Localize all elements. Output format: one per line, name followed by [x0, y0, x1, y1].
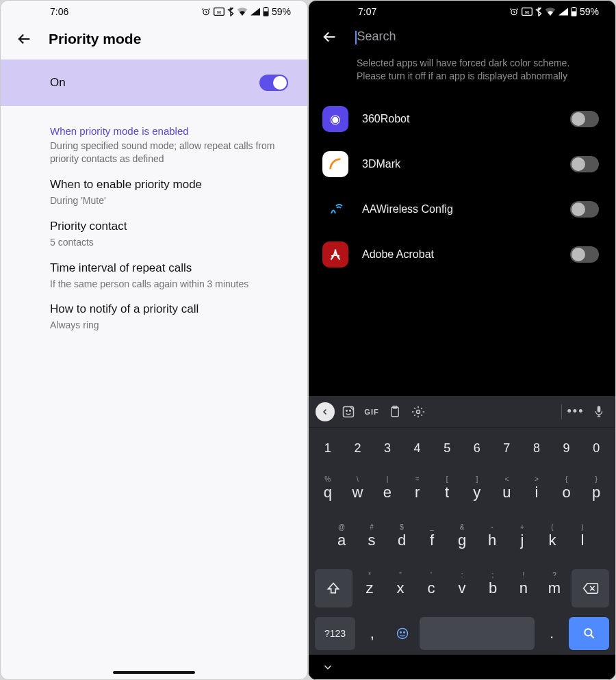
collapse-toolbar-button[interactable] — [316, 402, 335, 421]
key-1[interactable]: 1 — [315, 432, 341, 464]
key-s[interactable]: #s — [359, 521, 385, 560]
key-h[interactable]: -h — [479, 521, 505, 560]
key-q[interactable]: %q — [315, 473, 341, 512]
wifi-icon — [545, 8, 556, 16]
key-r[interactable]: =r — [405, 473, 431, 512]
search-input[interactable]: Search — [355, 29, 602, 44]
bluetooth-icon — [227, 7, 234, 16]
app-toggle[interactable] — [570, 156, 599, 172]
key-0[interactable]: 0 — [583, 432, 609, 464]
dark-mode-apps-screen: 7:07 90 59% — [308, 0, 616, 680]
space-key[interactable] — [420, 617, 535, 650]
key-2[interactable]: 2 — [345, 432, 371, 464]
setting-notify[interactable]: How to notify of a priority call Always … — [1, 290, 307, 332]
app-icon — [322, 151, 348, 177]
key-l[interactable]: )l — [569, 521, 595, 560]
symbols-key[interactable]: ?123 — [315, 617, 355, 650]
battery-percent: 59% — [580, 6, 599, 17]
setting-subtitle: If the same person calls again within 3 … — [50, 278, 284, 291]
key-b[interactable]: ;b — [480, 569, 506, 607]
key-9[interactable]: 9 — [554, 432, 580, 464]
clipboard-icon[interactable] — [385, 402, 405, 421]
status-bar: 7:07 90 59% — [309, 1, 615, 23]
comma-key[interactable]: , — [359, 617, 385, 650]
priority-mode-screen: 7:06 90 59% Priorit — [0, 0, 308, 680]
key-g[interactable]: &g — [449, 521, 475, 560]
app-name: AAWireless Config — [362, 203, 556, 215]
app-name: 3DMark — [362, 158, 556, 170]
key-4[interactable]: 4 — [405, 432, 431, 464]
key-y[interactable]: ]y — [464, 473, 490, 512]
key-z[interactable]: *z — [357, 569, 383, 607]
svg-text:90: 90 — [525, 10, 530, 14]
svg-rect-11 — [572, 12, 576, 16]
home-indicator[interactable] — [113, 671, 195, 674]
key-7[interactable]: 7 — [494, 432, 520, 464]
back-button[interactable] — [322, 29, 337, 44]
signal-icon — [251, 8, 260, 16]
sticker-icon[interactable] — [339, 402, 358, 421]
setting-priority-contact[interactable]: Priority contact 5 contacts — [1, 207, 307, 249]
app-toggle[interactable] — [570, 246, 599, 263]
wifi-icon — [237, 8, 248, 16]
more-icon[interactable]: ••• — [566, 402, 585, 421]
key-v[interactable]: :v — [449, 569, 476, 607]
section-header: When priority mode is enabled During spe… — [1, 106, 307, 166]
app-row-acrobat[interactable]: Adobe Acrobat — [309, 232, 615, 277]
master-toggle-switch[interactable] — [259, 75, 288, 91]
key-6[interactable]: 6 — [464, 432, 490, 464]
backspace-key[interactable] — [572, 569, 609, 607]
key-f[interactable]: _f — [419, 521, 445, 560]
settings-icon[interactable] — [409, 402, 428, 421]
master-toggle-row[interactable]: On — [1, 60, 307, 106]
setting-title: How to notify of a priority call — [50, 302, 284, 316]
key-x[interactable]: "x — [387, 569, 414, 607]
bluetooth-icon — [535, 7, 542, 16]
period-key[interactable]: . — [539, 617, 565, 650]
mic-icon[interactable] — [589, 402, 608, 421]
search-bar: Search — [309, 23, 615, 54]
key-t[interactable]: [t — [434, 473, 460, 512]
key-o[interactable]: {o — [554, 473, 580, 512]
app-row-360robot[interactable]: ◉ 360Robot — [309, 96, 615, 142]
key-i[interactable]: >i — [524, 473, 550, 512]
key-m[interactable]: ?m — [541, 569, 567, 607]
search-key[interactable] — [569, 617, 609, 650]
back-button[interactable] — [17, 31, 32, 47]
gif-button[interactable]: GIF — [362, 402, 381, 421]
key-n[interactable]: !n — [511, 569, 537, 607]
key-k[interactable]: (k — [539, 521, 565, 560]
app-toggle[interactable] — [570, 201, 599, 218]
key-u[interactable]: <u — [494, 473, 520, 512]
key-j[interactable]: +j — [509, 521, 535, 560]
master-toggle-label: On — [50, 76, 66, 90]
cast-icon: 90 — [214, 8, 224, 16]
alarm-icon — [201, 7, 211, 16]
soft-keyboard: GIF ••• 1234567890 %q\w|e=r[t]y<u>i{o}p … — [309, 396, 615, 679]
emoji-key[interactable] — [389, 617, 415, 650]
setting-repeat-interval[interactable]: Time interval of repeat calls If the sam… — [1, 249, 307, 291]
key-5[interactable]: 5 — [434, 432, 460, 464]
key-w[interactable]: \w — [345, 473, 371, 512]
setting-when-enable[interactable]: When to enable priority mode During 'Mut… — [1, 166, 307, 207]
key-d[interactable]: $d — [389, 521, 415, 560]
keyboard-number-row: 1234567890 — [309, 428, 615, 469]
svg-rect-4 — [265, 7, 267, 8]
key-e[interactable]: |e — [374, 473, 400, 512]
status-bar: 7:06 90 59% — [1, 1, 307, 23]
app-row-aawireless[interactable]: AAWireless Config — [309, 187, 615, 232]
keyboard-row-3: *z"x'c:v;b!n?m — [309, 564, 615, 612]
key-8[interactable]: 8 — [524, 432, 550, 464]
key-c[interactable]: 'c — [418, 569, 445, 607]
key-3[interactable]: 3 — [374, 432, 400, 464]
app-toggle[interactable] — [570, 111, 599, 127]
nav-bar — [309, 655, 615, 679]
keyboard-bottom-row: ?123 , . — [309, 612, 615, 655]
key-p[interactable]: }p — [583, 473, 609, 512]
shift-key[interactable] — [315, 569, 352, 607]
setting-title: Priority contact — [50, 220, 284, 233]
status-time: 7:07 — [325, 6, 376, 17]
key-a[interactable]: @a — [329, 521, 355, 560]
hide-keyboard-button[interactable] — [322, 662, 333, 672]
app-row-3dmark[interactable]: 3DMark — [309, 142, 615, 187]
